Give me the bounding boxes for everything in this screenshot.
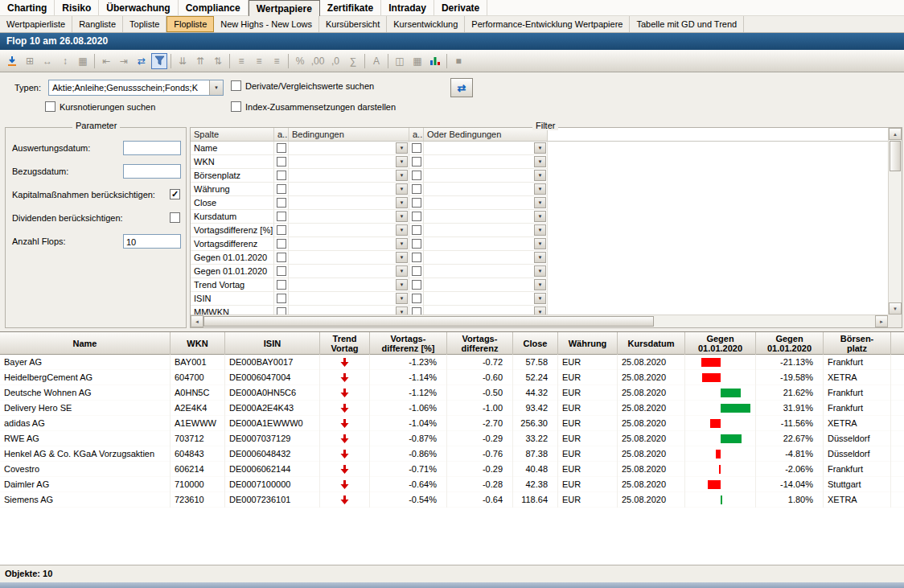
- remove-decimal-icon[interactable]: ,0: [327, 53, 343, 69]
- kursnotierungen-checkbox[interactable]: [45, 101, 55, 112]
- or-condition-dropdown-button[interactable]: ▼: [534, 306, 546, 315]
- filter-and-checkbox[interactable]: [277, 212, 286, 221]
- or-condition-dropdown-button[interactable]: ▼: [534, 279, 546, 290]
- condition-dropdown-button[interactable]: ▼: [396, 265, 408, 277]
- filter-or-checkbox[interactable]: [412, 266, 421, 276]
- condition-dropdown-button[interactable]: ▼: [396, 252, 408, 263]
- filter-and-checkbox[interactable]: [277, 157, 286, 167]
- menu-item-ueberwachung[interactable]: Überwachung: [99, 0, 178, 15]
- or-condition-dropdown-button[interactable]: ▼: [534, 238, 546, 249]
- condition-dropdown-button[interactable]: ▼: [396, 183, 408, 195]
- menu-item-wertpapiere[interactable]: Wertpapiere: [249, 0, 320, 16]
- condition-dropdown-button[interactable]: ▼: [396, 211, 408, 222]
- first-page-icon[interactable]: ⇤: [98, 53, 114, 69]
- align-right-icon[interactable]: ≡: [269, 53, 285, 69]
- condition-dropdown-button[interactable]: ▼: [396, 170, 408, 181]
- scroll-right-icon[interactable]: ►: [875, 315, 888, 327]
- or-condition-dropdown-button[interactable]: ▼: [534, 142, 546, 154]
- or-condition-dropdown-button[interactable]: ▼: [534, 252, 546, 263]
- filter-or-checkbox[interactable]: [412, 184, 421, 194]
- filter-or-checkbox[interactable]: [412, 143, 421, 153]
- zoom-icon[interactable]: ⊞: [22, 53, 38, 69]
- kapitalmassnahmen-beruecksichtigen-checkbox[interactable]: [170, 189, 180, 199]
- menu-item-zertifikate[interactable]: Zertifikate: [320, 0, 381, 15]
- tab-kursentwicklung[interactable]: Kursentwicklung: [387, 16, 465, 32]
- or-condition-dropdown-button[interactable]: ▼: [534, 170, 546, 181]
- tab-tabelle-mit-gd-und-trend[interactable]: Tabelle mit GD und Trend: [630, 16, 744, 32]
- table-row[interactable]: HeidelbergCement AG604700DE0006047004-1.…: [0, 370, 904, 385]
- filter-horizontal-scrollbar[interactable]: ◄ ►: [191, 315, 888, 327]
- condition-dropdown-button[interactable]: ▼: [396, 293, 408, 304]
- column-header-boersenplatz[interactable]: Börsen- platz: [824, 332, 891, 355]
- stop-icon[interactable]: ■: [450, 53, 466, 69]
- or-condition-dropdown-button[interactable]: ▼: [534, 197, 546, 208]
- column-header-kursdatum[interactable]: Kursdatum: [618, 332, 685, 355]
- zoom-horizontal-icon[interactable]: ↔: [39, 53, 55, 69]
- sort-ascending-icon[interactable]: ⇊: [175, 53, 191, 69]
- column-header-wkn[interactable]: WKN: [171, 332, 225, 355]
- condition-dropdown-button[interactable]: ▼: [396, 279, 408, 290]
- or-condition-dropdown-button[interactable]: ▼: [534, 265, 546, 277]
- dividenden-beruecksichtigen-checkbox[interactable]: [170, 212, 180, 223]
- filter-or-checkbox[interactable]: [412, 157, 421, 167]
- sort-descending-icon[interactable]: ⇈: [192, 53, 208, 69]
- filter-and-checkbox[interactable]: [277, 184, 286, 194]
- menu-item-risiko[interactable]: Risiko: [55, 0, 99, 15]
- filter-vertical-scrollbar[interactable]: ▲ ▼: [888, 128, 902, 315]
- horizontal-scrollbar-thumb[interactable]: [203, 316, 654, 327]
- percent-icon[interactable]: %: [292, 53, 308, 69]
- filter-and-checkbox[interactable]: [277, 307, 286, 315]
- or-condition-dropdown-button[interactable]: ▼: [534, 211, 546, 222]
- table-row[interactable]: Deutsche Wohnen AGA0HN5CDE000A0HN5C6-1.1…: [0, 385, 904, 401]
- table-row[interactable]: Daimler AG710000DE0007100000-0.64%-0.284…: [0, 477, 904, 492]
- column-header-gegen-01-01-2020-bar[interactable]: Gegen 01.01.2020: [685, 332, 756, 355]
- filter-or-checkbox[interactable]: [412, 253, 421, 262]
- zoom-vertical-icon[interactable]: ↕: [57, 53, 73, 69]
- condition-dropdown-button[interactable]: ▼: [396, 142, 408, 154]
- or-condition-dropdown-button[interactable]: ▼: [534, 156, 546, 167]
- column-header-gegen-01-01-2020-prozent[interactable]: Gegen 01.01.2020: [756, 332, 824, 355]
- menu-item-charting[interactable]: Charting: [0, 0, 55, 15]
- filter-or-checkbox[interactable]: [412, 307, 421, 315]
- column-header-trend-vortag[interactable]: Trend Vortag: [320, 332, 370, 355]
- refresh-icon[interactable]: ⇄: [134, 53, 150, 69]
- condition-dropdown-button[interactable]: ▼: [396, 197, 408, 208]
- or-condition-dropdown-button[interactable]: ▼: [534, 293, 546, 304]
- filter-or-checkbox[interactable]: [412, 239, 421, 249]
- export-icon[interactable]: [4, 53, 20, 69]
- condition-dropdown-button[interactable]: ▼: [396, 224, 408, 236]
- add-decimal-icon[interactable]: ,00: [310, 53, 326, 69]
- typen-dropdown[interactable]: Aktie;Anleihe;Genussschein;Fonds;K ▼: [48, 80, 224, 96]
- table-row[interactable]: Bayer AGBAY001DE000BAY0017-1.23%-0.7257.…: [0, 355, 904, 370]
- align-center-icon[interactable]: ≡: [251, 53, 267, 69]
- condition-dropdown-button[interactable]: ▼: [396, 156, 408, 167]
- table-row[interactable]: Henkel AG & Co. KGaA Vorzugsaktien604843…: [0, 446, 904, 462]
- tab-flopliste[interactable]: Flopliste: [166, 16, 214, 32]
- filter-or-checkbox[interactable]: [412, 225, 421, 235]
- vertical-scrollbar-thumb[interactable]: [890, 141, 901, 171]
- filter-and-checkbox[interactable]: [277, 198, 286, 208]
- filter-and-checkbox[interactable]: [277, 294, 286, 303]
- filter-or-checkbox[interactable]: [412, 171, 421, 180]
- scroll-left-icon[interactable]: ◄: [191, 315, 203, 327]
- tab-rangliste[interactable]: Rangliste: [72, 16, 123, 32]
- align-left-icon[interactable]: ≡: [233, 53, 249, 69]
- filter-and-checkbox[interactable]: [277, 280, 286, 290]
- freeze-columns-icon[interactable]: ◫: [392, 53, 408, 69]
- anzahl-flops-input[interactable]: 10: [123, 234, 181, 249]
- table-row[interactable]: Covestro606214DE0006062144-0.71%-0.2940.…: [0, 462, 904, 477]
- tab-wertpapierliste[interactable]: Wertpapierliste: [0, 16, 72, 32]
- filter-or-checkbox[interactable]: [412, 212, 421, 221]
- column-header-vortagsdifferenz[interactable]: Vortags- differenz: [447, 332, 513, 355]
- table-row[interactable]: adidas AGA1EWWWDE000A1EWWW0-1.04%-2.7025…: [0, 416, 904, 431]
- last-page-icon[interactable]: ⇥: [116, 53, 132, 69]
- or-condition-dropdown-button[interactable]: ▼: [534, 183, 546, 195]
- filter-icon[interactable]: [151, 53, 167, 69]
- tab-new-highs-new-lows[interactable]: New Highs - New Lows: [214, 16, 319, 32]
- derivate-vergleichswerte-checkbox[interactable]: [231, 80, 241, 91]
- filter-or-checkbox[interactable]: [412, 198, 421, 208]
- table-icon[interactable]: ▦: [409, 53, 425, 69]
- column-header-isin[interactable]: ISIN: [225, 332, 320, 355]
- menu-item-derivate[interactable]: Derivate: [434, 0, 487, 15]
- table-row[interactable]: Siemens AG723610DE0007236101-0.54%-0.641…: [0, 492, 904, 508]
